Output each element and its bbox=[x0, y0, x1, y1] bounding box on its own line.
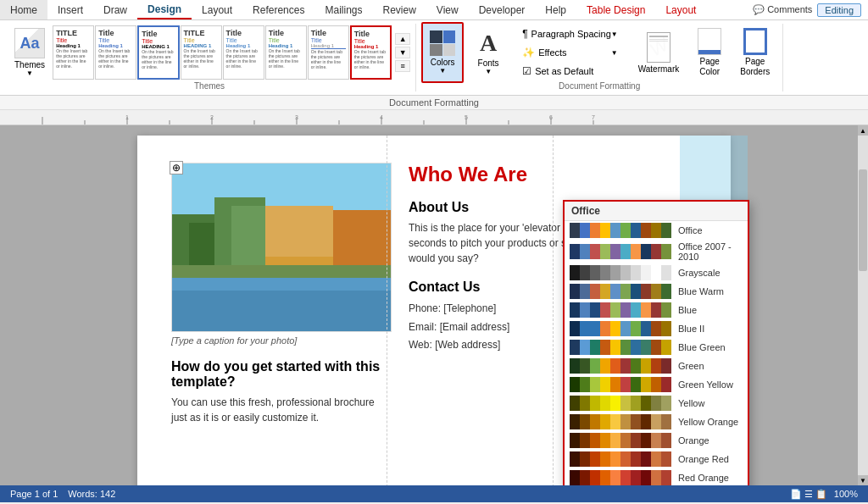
tab-home[interactable]: Home bbox=[0, 0, 47, 19]
gallery-scroll-down[interactable]: ▼ bbox=[395, 47, 410, 58]
editing-button[interactable]: Editing bbox=[817, 3, 861, 17]
format-small-buttons: ¶ Paragraph Spacing ▼ ✨ Effects ▼ ☑ Set … bbox=[513, 24, 627, 81]
svg-rect-30 bbox=[189, 223, 214, 265]
ruler: 1 2 3 4 5 6 7 bbox=[0, 110, 868, 125]
color-item-name: Grayscale bbox=[678, 268, 721, 278]
scroll-down[interactable]: ▼ bbox=[858, 475, 868, 485]
color-item[interactable]: Blue Warm bbox=[565, 282, 748, 301]
page-color-label: PageColor bbox=[699, 57, 720, 77]
color-item[interactable]: Green Yellow bbox=[565, 375, 748, 394]
effects-button[interactable]: ✨ Effects ▼ bbox=[516, 44, 624, 61]
color-item[interactable]: Blue bbox=[565, 301, 748, 319]
themes-label: Themes bbox=[14, 60, 45, 69]
bottom-body: You can use this fresh, professional bro… bbox=[171, 395, 392, 425]
set-as-default-button[interactable]: ☑ Set as Default bbox=[516, 63, 624, 80]
theme-item-3[interactable]: Title Title HEADING 1 On the Insert tab … bbox=[137, 25, 179, 80]
tab-view[interactable]: View bbox=[426, 0, 469, 19]
tab-design[interactable]: Design bbox=[137, 0, 192, 19]
color-item[interactable]: Office 2007 - 2010 bbox=[565, 240, 748, 263]
tab-mailings[interactable]: Mailings bbox=[314, 0, 372, 19]
tab-developer[interactable]: Developer bbox=[469, 0, 536, 19]
comments-button[interactable]: 💬 Comments bbox=[753, 4, 812, 15]
color-item-name: Blue bbox=[678, 305, 697, 315]
theme-item-6[interactable]: Title Title Heading 1 On the Insert tab … bbox=[265, 25, 307, 80]
theme-item-7[interactable]: Title Title Heading 1 On the Insert tab … bbox=[308, 25, 349, 80]
status-bar: Page 1 of 1 Words: 142 📄 ☰ 📋 100% bbox=[0, 485, 868, 502]
fonts-chevron: ▼ bbox=[485, 68, 492, 75]
tab-references[interactable]: References bbox=[242, 0, 314, 19]
color-item[interactable]: Orange bbox=[565, 431, 748, 450]
page-color-button[interactable]: PageColor bbox=[690, 24, 729, 81]
themes-group: Aa Themes ▼ TITLE Title Heading 1 On the… bbox=[3, 24, 416, 91]
color-item-name: Green Yellow bbox=[678, 379, 733, 390]
theme-item-plain[interactable]: TITLE Title Heading 1 On the Insert tab … bbox=[53, 25, 94, 80]
document-format-group: Colors ▼ A Fonts ▼ ¶ Paragraph Spacing ▼ bbox=[416, 24, 783, 91]
scroll-thumb[interactable] bbox=[859, 169, 867, 271]
paragraph-spacing-button[interactable]: ¶ Paragraph Spacing ▼ bbox=[516, 25, 624, 42]
theme-item-4[interactable]: TITLE Title HEADING 1 On the Insert tab … bbox=[181, 25, 222, 80]
document-format-label: Document Formatting bbox=[559, 81, 640, 92]
colors-icon bbox=[430, 30, 455, 56]
svg-text:2: 2 bbox=[210, 114, 214, 120]
column-guide bbox=[387, 136, 387, 485]
color-item-name: Office 2007 - 2010 bbox=[678, 241, 743, 262]
color-item-name: Blue Green bbox=[678, 342, 726, 352]
fonts-icon: A bbox=[480, 30, 497, 57]
color-item[interactable]: Green bbox=[565, 357, 748, 375]
color-item[interactable]: Blue II bbox=[565, 319, 748, 338]
color-item[interactable]: Yellow bbox=[565, 394, 748, 413]
photo-caption: [Type a caption for your photo] bbox=[171, 335, 392, 346]
color-item[interactable]: Orange Red bbox=[565, 450, 748, 468]
color-item[interactable]: Office bbox=[565, 221, 748, 240]
svg-rect-29 bbox=[333, 210, 392, 265]
svg-text:4: 4 bbox=[380, 114, 383, 120]
color-item[interactable]: Yellow Orange bbox=[565, 413, 748, 431]
svg-text:6: 6 bbox=[549, 114, 553, 120]
page-info: Page 1 of 1 bbox=[10, 489, 58, 499]
fonts-button[interactable]: A Fonts ▼ bbox=[467, 22, 509, 83]
tab-layout2[interactable]: Layout bbox=[655, 0, 706, 19]
color-item-name: Green bbox=[678, 361, 704, 371]
watermark-button[interactable]: W Watermark bbox=[631, 24, 687, 81]
svg-text:5: 5 bbox=[465, 114, 468, 120]
vertical-scrollbar[interactable]: ▲ ▼ bbox=[858, 125, 868, 485]
color-item-name: Orange bbox=[678, 435, 709, 446]
ruler-svg: 1 2 3 4 5 6 7 bbox=[0, 110, 868, 125]
themes-button[interactable]: Aa Themes ▼ bbox=[8, 24, 51, 81]
svg-rect-0 bbox=[0, 110, 868, 125]
page-borders-button[interactable]: PageBorders bbox=[732, 24, 777, 81]
colors-chevron: ▼ bbox=[439, 67, 446, 75]
color-item-name: Yellow bbox=[678, 398, 704, 408]
color-item-name: Red Orange bbox=[678, 473, 729, 483]
effects-chevron: ▼ bbox=[611, 49, 618, 57]
bottom-section: How do you get started with this templat… bbox=[171, 359, 392, 425]
page-borders-label: PageBorders bbox=[740, 57, 770, 77]
tab-layout[interactable]: Layout bbox=[192, 0, 242, 19]
tab-draw[interactable]: Draw bbox=[93, 0, 137, 19]
color-item[interactable]: Red Orange bbox=[565, 468, 748, 485]
scroll-up[interactable]: ▲ bbox=[858, 125, 868, 136]
colors-button[interactable]: Colors ▼ bbox=[421, 22, 464, 83]
watermark-icon: W bbox=[645, 32, 672, 63]
move-handle[interactable]: ⊕ bbox=[170, 161, 183, 174]
svg-rect-31 bbox=[231, 206, 265, 265]
tab-review[interactable]: Review bbox=[372, 0, 426, 19]
theme-item-2[interactable]: Title Title Heading 1 On the Insert tab … bbox=[95, 25, 136, 80]
color-item[interactable]: Grayscale bbox=[565, 263, 748, 282]
tab-table-design[interactable]: Table Design bbox=[576, 0, 655, 19]
color-item[interactable]: Blue Green bbox=[565, 338, 748, 357]
theme-item-8[interactable]: Title Title Heading 1 On the Insert tab … bbox=[350, 25, 392, 80]
page-color-icon bbox=[698, 28, 721, 55]
colors-dropdown: Office OfficeOffice 2007 - 2010Grayscale… bbox=[563, 200, 749, 485]
paragraph-spacing-icon: ¶ bbox=[522, 28, 527, 40]
theme-item-5[interactable]: Title Title Heading 1 On the Insert tab … bbox=[223, 25, 264, 80]
tab-help[interactable]: Help bbox=[535, 0, 576, 19]
effects-icon: ✨ bbox=[522, 47, 535, 58]
paragraph-spacing-chevron: ▼ bbox=[611, 30, 618, 38]
gallery-expand[interactable]: ≡ bbox=[395, 60, 410, 72]
theme-gallery: TITLE Title Heading 1 On the Insert tab … bbox=[53, 25, 392, 80]
svg-rect-28 bbox=[265, 206, 333, 265]
gallery-scroll-up[interactable]: ▲ bbox=[395, 33, 410, 45]
left-column: ⊕ bbox=[171, 163, 392, 432]
tab-insert[interactable]: Insert bbox=[47, 0, 93, 19]
